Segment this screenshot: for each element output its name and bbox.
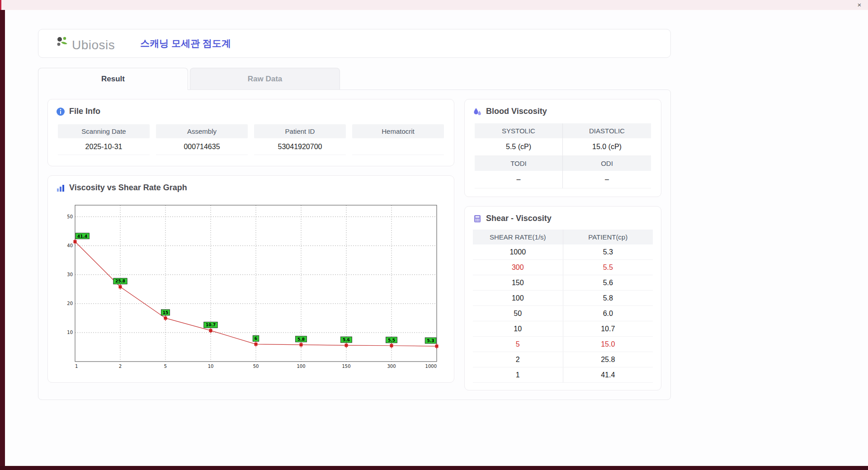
viscosity-chart-svg: 10203040501251050100150300100041.425.815… bbox=[59, 201, 442, 373]
bv-value: – bbox=[563, 171, 651, 188]
shear-rate-cell: 5 bbox=[473, 337, 563, 352]
droplets-icon bbox=[473, 107, 482, 116]
brand-logo: Ubiosis bbox=[56, 35, 115, 52]
table-row: 1010.7 bbox=[473, 321, 653, 337]
svg-text:5: 5 bbox=[164, 364, 167, 369]
patient-cp-cell: 41.4 bbox=[563, 367, 653, 383]
shear-rate-cell: 1 bbox=[473, 367, 563, 383]
shear-rate-cell: 2 bbox=[473, 352, 563, 367]
table-header-row: SHEAR RATE(1/s)PATIENT(cp) bbox=[473, 230, 653, 244]
patient-cp-cell: 5.6 bbox=[563, 275, 653, 291]
tab-raw-data[interactable]: Raw Data bbox=[190, 68, 340, 89]
shear-rate-cell: 10 bbox=[473, 321, 563, 337]
svg-text:1000: 1000 bbox=[425, 364, 437, 369]
field-label: Patient ID bbox=[254, 124, 346, 138]
svg-text:1: 1 bbox=[75, 364, 78, 369]
table-row: 515.0 bbox=[473, 337, 653, 352]
bv-value: 15.0 (cP) bbox=[563, 138, 651, 156]
bv-label: DIASTOLIC bbox=[563, 123, 651, 138]
field-value: 53041920700 bbox=[254, 138, 346, 155]
brand-name: Ubiosis bbox=[72, 38, 115, 52]
svg-text:10: 10 bbox=[67, 330, 73, 335]
patient-cp-cell: 25.8 bbox=[563, 352, 653, 367]
svg-text:41.4: 41.4 bbox=[77, 234, 87, 239]
shear-viscosity-table: SHEAR RATE(1/s)PATIENT(cp) 10005.33005.5… bbox=[473, 230, 653, 383]
table-row: 1005.8 bbox=[473, 291, 653, 306]
table-column-header: SHEAR RATE(1/s) bbox=[473, 230, 563, 244]
table-column-header: PATIENT(cp) bbox=[563, 230, 653, 244]
svg-text:5.6: 5.6 bbox=[343, 338, 350, 342]
shear-rate-cell: 50 bbox=[473, 306, 563, 321]
file-info-title: File Info bbox=[69, 107, 100, 116]
bv-value: 5.5 (cP) bbox=[475, 138, 563, 156]
bar-chart-icon bbox=[56, 183, 65, 193]
tabs: ResultRaw Data bbox=[38, 68, 671, 89]
graph-card: Viscosity vs Shear Rate Graph 1020304050… bbox=[47, 175, 454, 383]
field-label: Hematocrit bbox=[352, 124, 444, 138]
blood-viscosity-grid: SYSTOLICDIASTOLIC5.5 (cP)15.0 (cP)TODIOD… bbox=[473, 122, 653, 189]
table-row: 506.0 bbox=[473, 306, 653, 321]
file-info-field: Assembly000714635 bbox=[156, 124, 248, 155]
patient-cp-cell: 5.8 bbox=[563, 291, 653, 306]
field-value: 000714635 bbox=[156, 138, 248, 155]
field-label: Assembly bbox=[156, 124, 248, 138]
shear-table-body: 10005.33005.51505.61005.8506.01010.7515.… bbox=[473, 244, 653, 383]
viscosity-chart: 10203040501251050100150300100041.425.815… bbox=[56, 199, 446, 375]
shear-rate-cell: 300 bbox=[473, 260, 563, 275]
svg-text:5.5: 5.5 bbox=[388, 338, 395, 343]
ubiosis-logo-icon bbox=[56, 35, 69, 51]
window-titlebar: × bbox=[0, 0, 868, 10]
blood-viscosity-card: Blood Viscosity SYSTOLICDIASTOLIC5.5 (cP… bbox=[464, 99, 661, 197]
shear-viscosity-card: Shear - Viscosity SHEAR RATE(1/s)PATIENT… bbox=[464, 206, 661, 390]
app-header: Ubiosis 스캐닝 모세관 점도계 bbox=[38, 29, 671, 58]
calculator-icon bbox=[473, 214, 482, 223]
bv-label: ODI bbox=[563, 156, 651, 171]
info-icon bbox=[56, 107, 65, 116]
svg-text:10: 10 bbox=[208, 364, 214, 369]
window-left-border bbox=[0, 0, 5, 470]
svg-text:25.8: 25.8 bbox=[115, 279, 125, 283]
svg-text:50: 50 bbox=[67, 214, 73, 219]
blood-viscosity-title: Blood Viscosity bbox=[486, 107, 547, 116]
svg-text:300: 300 bbox=[387, 364, 396, 369]
svg-text:20: 20 bbox=[67, 301, 73, 306]
svg-text:50: 50 bbox=[253, 364, 259, 369]
graph-title: Viscosity vs Shear Rate Graph bbox=[69, 183, 187, 193]
patient-cp-cell: 10.7 bbox=[563, 321, 653, 337]
app-window: Ubiosis 스캐닝 모세관 점도계 ResultRaw Data bbox=[5, 10, 868, 466]
window-bottom-border bbox=[0, 466, 868, 470]
svg-text:6: 6 bbox=[255, 336, 257, 341]
table-row: 3005.5 bbox=[473, 260, 653, 275]
file-info-field: Hematocrit bbox=[352, 124, 444, 155]
close-icon[interactable]: × bbox=[855, 1, 863, 9]
result-panel: File Info Scanning Date2025-10-31Assembl… bbox=[38, 89, 671, 400]
file-info-fields: Scanning Date2025-10-31Assembly000714635… bbox=[56, 122, 446, 159]
field-value: 2025-10-31 bbox=[58, 138, 150, 155]
bv-label: TODI bbox=[475, 156, 563, 171]
svg-text:10.7: 10.7 bbox=[206, 323, 216, 327]
patient-cp-cell: 15.0 bbox=[563, 337, 653, 352]
shear-rate-cell: 150 bbox=[473, 275, 563, 291]
table-row: 225.8 bbox=[473, 352, 653, 367]
svg-text:40: 40 bbox=[67, 243, 73, 248]
shear-rate-cell: 1000 bbox=[473, 244, 563, 260]
bv-label: SYSTOLIC bbox=[475, 123, 563, 138]
field-value bbox=[352, 138, 444, 155]
shear-viscosity-title: Shear - Viscosity bbox=[486, 214, 552, 223]
table-row: 1505.6 bbox=[473, 275, 653, 291]
svg-text:150: 150 bbox=[342, 364, 350, 369]
file-info-field: Patient ID53041920700 bbox=[254, 124, 346, 155]
tab-result[interactable]: Result bbox=[38, 68, 188, 90]
svg-text:15: 15 bbox=[163, 310, 169, 315]
table-row: 10005.3 bbox=[473, 244, 653, 260]
svg-text:30: 30 bbox=[67, 272, 73, 277]
svg-text:5.8: 5.8 bbox=[297, 337, 305, 342]
patient-cp-cell: 5.3 bbox=[563, 244, 653, 260]
bv-value: – bbox=[475, 171, 563, 188]
file-info-card: File Info Scanning Date2025-10-31Assembl… bbox=[47, 99, 454, 166]
svg-text:100: 100 bbox=[297, 364, 305, 369]
table-row: 141.4 bbox=[473, 367, 653, 383]
svg-text:2: 2 bbox=[119, 364, 122, 369]
patient-cp-cell: 5.5 bbox=[563, 260, 653, 275]
field-label: Scanning Date bbox=[58, 124, 150, 138]
